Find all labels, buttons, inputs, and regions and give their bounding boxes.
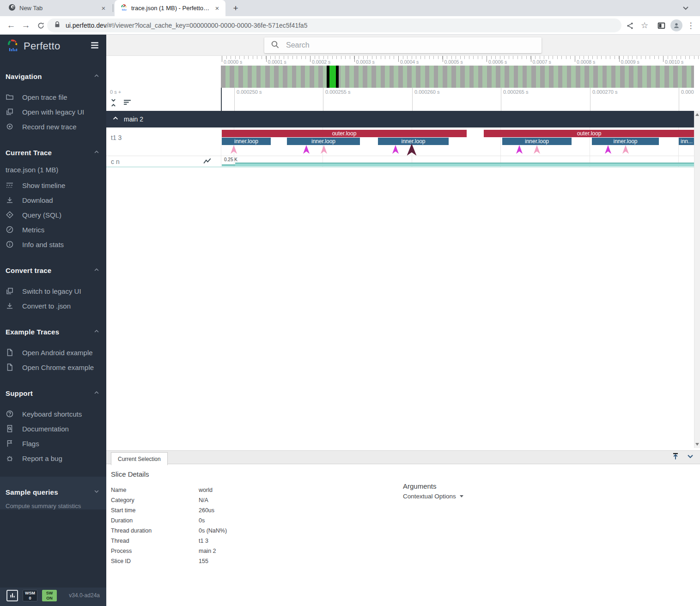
sidebar-item-label: Open Chrome example (22, 364, 94, 371)
tab-perfetto[interactable]: trace.json (1 MB) - Perfetto UI × (115, 0, 225, 16)
search-input[interactable]: Search (264, 37, 542, 53)
sidebar-item-documentation[interactable]: Documentation (6, 421, 100, 436)
collapse-tracks-icon[interactable] (110, 99, 117, 109)
bug-icon (6, 454, 14, 462)
chart-stats-icon[interactable] (6, 590, 18, 601)
viewport-handle-right[interactable] (336, 66, 339, 88)
instant-marker[interactable] (605, 145, 611, 154)
sidebar-item-record-new-trace[interactable]: Record new trace (6, 119, 100, 134)
counter-mode-icon[interactable] (203, 158, 212, 166)
app: Perfetto NavigationOpen trace fileOpen w… (0, 35, 700, 606)
sidebar-item-metrics[interactable]: Metrics (6, 222, 100, 237)
instant-marker[interactable] (392, 145, 399, 154)
sample-queries-subtitle[interactable]: Compute summary statistics (6, 503, 100, 509)
instant-marker[interactable] (321, 145, 327, 154)
sidebar-item-query-sql-[interactable]: Query (SQL) (6, 207, 100, 222)
tab-title: New Tab (19, 5, 96, 12)
sidebar-item-info-and-stats[interactable]: Info and stats (6, 237, 100, 252)
process-group-header[interactable]: main 2 (106, 111, 694, 127)
reload-button[interactable] (34, 19, 47, 32)
overview-tick-label: 0.0004 s (400, 59, 419, 65)
side-panel-icon[interactable] (656, 20, 667, 31)
instant-marker[interactable] (303, 145, 310, 154)
timeline-minimap[interactable] (221, 66, 694, 88)
ruler-tick-label: 0.000265 s (503, 89, 528, 95)
section-title[interactable]: Navigation (6, 69, 100, 83)
section-chevron-icon (93, 73, 100, 80)
sort-tracks-icon[interactable] (123, 99, 131, 109)
slice-inner-loop[interactable]: inner.loop (592, 138, 659, 145)
section-chevron-icon (93, 149, 100, 157)
viewport-window[interactable] (329, 66, 336, 88)
sidebar-item-show-timeline[interactable]: Show timeline (6, 178, 100, 193)
expand-panel-icon[interactable] (671, 452, 680, 462)
url-domain: ui.perfetto.dev (66, 22, 107, 29)
thread-track-canvas[interactable]: outer.loopouter.loopinner.loopinner.loop… (221, 127, 694, 156)
vertical-scrollbar[interactable] (694, 111, 700, 448)
scroll-down-icon[interactable] (695, 443, 699, 446)
collapse-panel-chevron-icon[interactable] (686, 452, 694, 462)
sidebar-item-open-with-legacy-ui[interactable]: Open with legacy UI (6, 104, 100, 119)
hamburger-menu-icon[interactable] (90, 40, 100, 52)
metrics-icon (6, 225, 14, 234)
counter-track-shell[interactable]: c n (106, 156, 221, 167)
back-button[interactable]: ← (5, 19, 18, 32)
slice-inner-loop[interactable]: inner.loop (287, 138, 360, 145)
sidebar-item-download[interactable]: Download (6, 193, 100, 207)
doc-icon (6, 348, 14, 357)
section-title[interactable]: Current Trace (6, 145, 100, 159)
url-bar[interactable]: ui.perfetto.dev/#!/viewer?local_cache_ke… (47, 18, 621, 32)
tab-close-icon[interactable]: × (213, 4, 221, 12)
slice-outer-loop[interactable]: outer.loop (222, 130, 467, 137)
lock-icon[interactable] (54, 21, 61, 30)
newtab-favicon-icon (8, 4, 16, 12)
scroll-up-icon[interactable] (695, 113, 699, 116)
ruler-tick (590, 88, 590, 111)
thread-track-shell[interactable]: t1 3 (106, 127, 221, 156)
section-items: Open Android exampleOpen Chrome example (6, 345, 100, 375)
sidebar-item-convert-to-json[interactable]: Convert to .json (6, 298, 100, 313)
contextual-options-dropdown[interactable]: Contextual Options (403, 493, 463, 500)
counter-track-canvas[interactable]: 0.25 K (221, 156, 694, 167)
ruler-tick (323, 88, 323, 111)
new-tab-button[interactable]: + (230, 3, 241, 14)
slice-inner-loop[interactable]: inn... (679, 138, 694, 145)
bookmark-star-icon[interactable]: ☆ (639, 20, 650, 31)
sidebar-item-keyboard-shortcuts[interactable]: Keyboard shortcuts (6, 406, 100, 421)
sample-queries-title[interactable]: Sample queries (6, 485, 100, 499)
slice-inner-loop[interactable]: inner.loop (502, 138, 572, 145)
instant-marker[interactable] (516, 145, 523, 154)
instant-marker[interactable] (622, 145, 629, 154)
ruler-canvas[interactable]: 0.000250 s0.000255 s0.000260 s0.000265 s… (221, 88, 694, 111)
forward-button[interactable]: → (19, 19, 32, 32)
ruler-tick (501, 88, 501, 111)
sidebar-footer: WSM0 SWON v34.0-ad24a (0, 588, 106, 606)
screen: New Tab × trace.json (1 MB) - Perfetto U… (0, 0, 700, 606)
section-title[interactable]: Convert trace (6, 263, 100, 277)
doc-icon (6, 363, 14, 371)
sidebar-item-open-android-example[interactable]: Open Android example (6, 345, 100, 360)
detail-label: Name (111, 487, 199, 493)
tab-new-tab[interactable]: New Tab × (3, 0, 112, 16)
share-icon[interactable] (624, 20, 635, 31)
profile-avatar[interactable] (670, 19, 682, 31)
section-title[interactable]: Example Traces (6, 325, 100, 339)
sidebar-item-flags[interactable]: Flags (6, 436, 100, 451)
tab-search-chevron-icon[interactable] (682, 4, 690, 14)
sidebar-item-switch-to-legacy-ui[interactable]: Switch to legacy UI (6, 284, 100, 298)
detail-value: world (199, 487, 213, 493)
slice-inner-loop[interactable]: inner.loop (222, 138, 271, 145)
slice-outer-loop[interactable]: outer.loop (484, 130, 694, 137)
detail-value: 0s (NaN%) (199, 527, 227, 534)
menu-kebab-icon[interactable]: ⋮ (685, 20, 696, 31)
slice-inner-loop[interactable]: inner.loop (378, 138, 449, 145)
tab-close-icon[interactable]: × (100, 4, 107, 12)
info-icon (6, 240, 14, 248)
section-title[interactable]: Support (6, 386, 100, 400)
sidebar-sections: NavigationOpen trace fileOpen with legac… (0, 58, 106, 588)
instant-marker[interactable] (534, 145, 540, 154)
current-selection-tab[interactable]: Current Selection (111, 452, 168, 465)
sidebar-item-report-a-bug[interactable]: Report a bug (6, 451, 100, 466)
sidebar-item-open-chrome-example[interactable]: Open Chrome example (6, 360, 100, 375)
sidebar-item-open-trace-file[interactable]: Open trace file (6, 90, 100, 104)
